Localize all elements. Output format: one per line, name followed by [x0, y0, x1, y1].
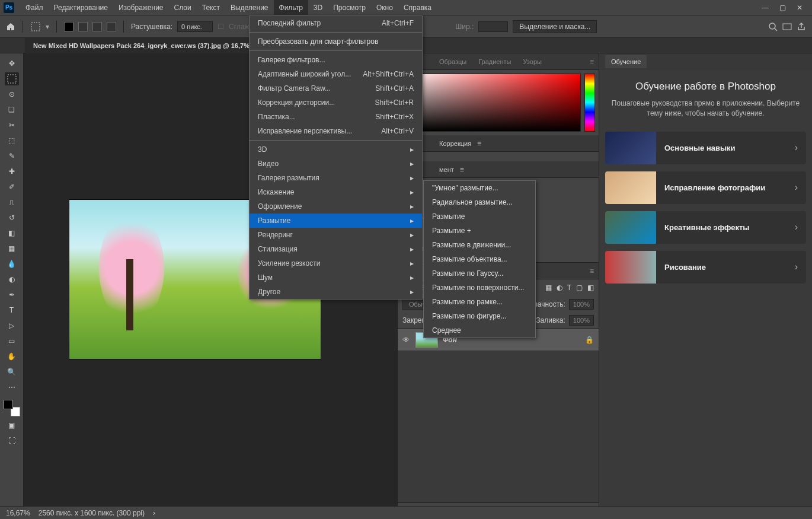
color-field[interactable] [401, 74, 581, 132]
panel-menu-icon[interactable]: ≡ [477, 139, 481, 148]
more-tools-icon[interactable]: ⋯ [5, 381, 19, 394]
stamp-tool-icon[interactable]: ⎍ [5, 196, 19, 209]
mi-other[interactable]: Другое▸ [250, 285, 422, 299]
pen-tool-icon[interactable]: ✒ [5, 288, 19, 301]
eyedropper-tool-icon[interactable]: ✎ [5, 149, 19, 163]
eraser-tool-icon[interactable]: ◧ [5, 227, 19, 240]
panel-menu-icon[interactable]: ≡ [585, 267, 599, 275]
zoom-level[interactable]: 16,67% [6, 509, 30, 517]
blur-tool-icon[interactable]: 💧 [5, 257, 19, 270]
workspace-icon[interactable] [782, 22, 792, 31]
learn-card-basics[interactable]: Основные навыки › [605, 132, 806, 164]
home-icon[interactable] [6, 22, 15, 31]
brush-tool-icon[interactable]: ✐ [5, 180, 19, 193]
mi-render[interactable]: Рендеринг▸ [250, 228, 422, 242]
select-and-mask-button[interactable]: Выделение и маска... [513, 20, 597, 33]
healing-tool-icon[interactable]: ✚ [5, 165, 19, 178]
mi-noise[interactable]: Шум▸ [250, 270, 422, 285]
learn-card-creative[interactable]: Креативные эффекты › [605, 211, 806, 244]
menu-layer[interactable]: Слои [169, 0, 197, 15]
filter-adjust-icon[interactable]: ◐ [557, 284, 562, 292]
mi-adaptive-wide[interactable]: Адаптивный широкий угол...Alt+Shift+Ctrl… [250, 67, 422, 81]
filter-smart-icon[interactable]: ◧ [587, 284, 594, 292]
filter-pixel-icon[interactable]: ▦ [545, 284, 552, 292]
feather-input[interactable] [177, 21, 213, 32]
mi-liquify[interactable]: Пластика...Shift+Ctrl+X [250, 110, 422, 124]
mi-gaussian-blur[interactable]: Размытие по Гауссу... [424, 266, 535, 281]
share-icon[interactable] [797, 22, 806, 31]
hand-tool-icon[interactable]: ✋ [5, 350, 19, 363]
maximize-icon[interactable]: ▢ [779, 4, 786, 12]
mi-vanishing-point[interactable]: Исправление перспективы...Alt+Ctrl+V [250, 124, 422, 138]
screenmode-icon[interactable]: ⛶ [5, 434, 19, 447]
tab-learn[interactable]: Обучение [605, 55, 647, 68]
mi-lens-blur[interactable]: Размытие объектива... [424, 252, 535, 266]
mi-distort[interactable]: Искажение▸ [250, 185, 422, 199]
foreground-background-colors[interactable] [4, 400, 20, 416]
close-icon[interactable]: ✕ [797, 4, 803, 12]
move-tool-icon[interactable]: ✥ [5, 57, 19, 70]
search-icon[interactable] [768, 22, 778, 31]
subtract-selection-icon[interactable] [92, 22, 102, 31]
chevron-right-icon[interactable]: › [153, 509, 155, 517]
filter-type-icon[interactable]: T [567, 284, 571, 292]
menu-3d[interactable]: 3D [308, 0, 328, 15]
marquee-tool-icon[interactable] [30, 21, 41, 32]
dropdown-icon[interactable]: ▾ [46, 23, 49, 31]
fill-value[interactable]: 100% [569, 315, 594, 326]
add-selection-icon[interactable] [78, 22, 88, 31]
mi-blur[interactable]: Размытие▸ [250, 214, 422, 228]
mi-smart-blur[interactable]: "Умное" размытие... [424, 181, 535, 195]
mi-surface-blur[interactable]: Размытие по поверхности... [424, 281, 535, 295]
mi-sharpen[interactable]: Усиление резкости▸ [250, 256, 422, 270]
zoom-tool-icon[interactable]: 🔍 [5, 365, 19, 378]
minimize-icon[interactable]: — [762, 4, 769, 12]
lasso-tool-icon[interactable]: ⊙ [5, 88, 19, 101]
mi-shape-blur[interactable]: Размытие по фигуре... [424, 309, 535, 323]
menu-view[interactable]: Просмотр [328, 0, 371, 15]
mi-blur-gallery[interactable]: Галерея размытия▸ [250, 171, 422, 185]
menu-file[interactable]: Файл [20, 0, 49, 15]
mi-lens-correction[interactable]: Коррекция дисторсии...Shift+Ctrl+R [250, 95, 422, 110]
tab-patterns[interactable]: Узоры [517, 53, 548, 70]
quick-select-tool-icon[interactable]: ❏ [5, 103, 19, 116]
learn-card-drawing[interactable]: Рисование › [605, 251, 806, 284]
menu-edit[interactable]: Редактирование [49, 0, 113, 15]
mi-blur-basic[interactable]: Размытие [424, 209, 535, 224]
tab-gradients[interactable]: Градиенты [472, 53, 517, 70]
mi-pixelate[interactable]: Оформление▸ [250, 199, 422, 214]
mi-average[interactable]: Среднее [424, 323, 535, 337]
hue-slider[interactable] [584, 74, 595, 132]
history-brush-tool-icon[interactable]: ↺ [5, 211, 19, 224]
mi-blur-more[interactable]: Размытие + [424, 224, 535, 238]
menu-select[interactable]: Выделение [225, 0, 274, 15]
panel-menu-icon[interactable]: ≡ [585, 58, 599, 66]
filter-shape-icon[interactable]: ▢ [576, 284, 583, 292]
shape-tool-icon[interactable]: ▭ [5, 335, 19, 348]
crop-tool-icon[interactable]: ✂ [5, 119, 19, 132]
menu-type[interactable]: Текст [197, 0, 225, 15]
mi-radial-blur[interactable]: Радиальное размытие... [424, 195, 535, 209]
menu-help[interactable]: Справка [398, 0, 437, 15]
path-select-tool-icon[interactable]: ▷ [5, 319, 19, 332]
text-tool-icon[interactable]: T [5, 304, 19, 317]
menu-image[interactable]: Изображение [113, 0, 169, 15]
gradient-tool-icon[interactable]: ▦ [5, 242, 19, 255]
mi-camera-raw[interactable]: Фильтр Camera Raw...Shift+Ctrl+A [250, 81, 422, 95]
menu-filter[interactable]: Фильтр [274, 0, 308, 15]
document-tab[interactable]: New Mixed HD Wallpapers Pack 264_igoryk_… [25, 38, 258, 53]
panel-menu-icon[interactable]: ≡ [460, 165, 464, 174]
frame-tool-icon[interactable]: ⬚ [5, 134, 19, 147]
learn-card-photo-fix[interactable]: Исправление фотографии › [605, 171, 806, 204]
marquee-tool-icon[interactable] [5, 72, 19, 85]
quickmask-icon[interactable]: ▣ [5, 419, 19, 432]
mi-motion-blur[interactable]: Размытие в движении... [424, 238, 535, 252]
visibility-icon[interactable]: 👁 [402, 336, 411, 344]
menu-window[interactable]: Окно [371, 0, 398, 15]
mi-3d[interactable]: 3D▸ [250, 142, 422, 157]
tab-adjust-partial[interactable]: мент [433, 161, 460, 178]
dodge-tool-icon[interactable]: ◐ [5, 273, 19, 286]
mi-convert-smart[interactable]: Преобразовать для смарт-фильтров [250, 34, 422, 49]
mi-video[interactable]: Видео▸ [250, 157, 422, 171]
mi-stylize[interactable]: Стилизация▸ [250, 242, 422, 256]
